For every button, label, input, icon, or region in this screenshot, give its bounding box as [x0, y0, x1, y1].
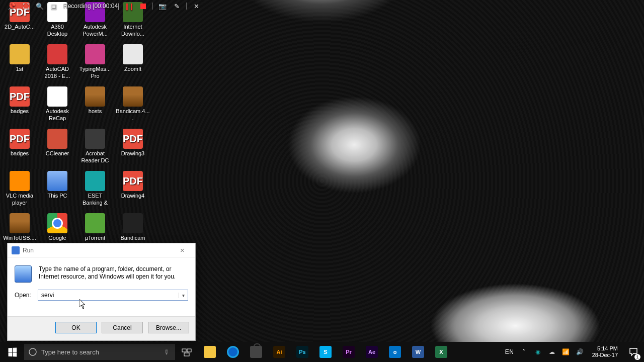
cancel-button[interactable]: Cancel: [102, 322, 143, 333]
pc-icon: [47, 171, 67, 191]
app-icon: [85, 213, 105, 233]
network-tray-icon[interactable]: 📶: [560, 342, 572, 362]
task-view-icon: [182, 347, 192, 357]
app-icon: [85, 44, 105, 64]
taskbar-outlook[interactable]: o: [383, 342, 407, 362]
taskbar-store[interactable]: [245, 342, 268, 362]
app-icon: [10, 44, 30, 64]
app-icon: [10, 171, 30, 191]
pdf-icon: [123, 129, 143, 149]
stop-button[interactable]: [138, 2, 147, 11]
svg-rect-2: [187, 349, 191, 352]
desktop-icon[interactable]: TypingMas... Pro: [77, 42, 113, 84]
desktop-icon-label: hosts: [89, 108, 102, 115]
run-icon: [12, 246, 20, 254]
desktop-icon[interactable]: hosts: [77, 84, 113, 127]
run-body-icon: [15, 265, 32, 283]
app-icon: [47, 86, 67, 107]
pdf-icon: [123, 171, 143, 191]
desktop-icon[interactable]: badges: [2, 84, 37, 127]
volume-tray-icon[interactable]: 🔊: [574, 342, 586, 362]
close-button[interactable]: ×: [174, 243, 191, 257]
taskbar-skype[interactable]: S: [314, 342, 337, 362]
clock-time: 5:14 PM: [592, 345, 618, 352]
desktop-icon[interactable]: 1st: [2, 42, 37, 84]
action-center-icon[interactable]: 1: [624, 342, 643, 362]
rar-icon: [10, 213, 30, 233]
desktop-icon[interactable]: VLC media player: [2, 169, 37, 211]
search-box[interactable]: Type here to search 🎙: [24, 344, 175, 360]
draw-icon[interactable]: ✎: [172, 2, 181, 11]
illustrator-icon: Ai: [273, 346, 285, 358]
mic-icon[interactable]: 🎙: [158, 344, 175, 360]
eset-tray-icon[interactable]: ◉: [532, 342, 544, 362]
desktop-icon[interactable]: badges: [2, 127, 37, 169]
premiere-icon: Pr: [343, 346, 355, 358]
run-title: Run: [23, 247, 174, 254]
ok-button[interactable]: OK: [55, 322, 97, 333]
desktop-icon-label: 1st: [16, 65, 24, 72]
svg-rect-3: [184, 353, 189, 356]
clock[interactable]: 5:14 PM 28-Dec-17: [588, 345, 622, 358]
desktop-icon[interactable]: ZoomIt: [115, 42, 150, 84]
run-titlebar[interactable]: Run ×: [8, 243, 195, 257]
desktop-icon[interactable]: Bandicam.4....: [115, 84, 150, 127]
taskbar-excel[interactable]: X: [430, 342, 453, 362]
desktop-icon[interactable]: CCleaner: [40, 127, 75, 169]
excel-icon: X: [435, 346, 447, 358]
desktop-icon[interactable]: Autodesk ReCap: [40, 84, 75, 127]
clock-date: 28-Dec-17: [592, 352, 618, 358]
desktop-icon-label: Internet Downlo...: [116, 23, 150, 37]
fullscreen-icon[interactable]: ⛶: [21, 2, 30, 11]
taskbar: Type here to search 🎙 AiPsSPrAeoWX EN ˄ …: [0, 342, 644, 362]
taskbar-premiere[interactable]: Pr: [337, 342, 360, 362]
desktop-icon[interactable]: Drawing3: [115, 127, 150, 169]
desktop-icon-label: µTorrent: [85, 234, 106, 241]
desktop-icon-label: Bandicam.4....: [116, 108, 150, 122]
word-icon: W: [412, 346, 424, 358]
taskbar-after-effects[interactable]: Ae: [360, 342, 383, 362]
desktop-icon-label: Bandicam: [121, 234, 145, 241]
taskbar-photoshop[interactable]: Ps: [291, 342, 314, 362]
pause-button[interactable]: ❙❙: [124, 2, 133, 11]
taskbar-word[interactable]: W: [407, 342, 430, 362]
app-icon: [123, 213, 143, 233]
language-indicator[interactable]: EN: [504, 342, 516, 362]
rar-icon: [85, 86, 105, 107]
chevron-down-icon[interactable]: ▾: [179, 293, 188, 298]
desktop-icon-label: badges: [11, 108, 29, 115]
taskbar-task-view[interactable]: [175, 342, 198, 362]
pin-icon[interactable]: 📌: [7, 2, 16, 11]
start-button[interactable]: [0, 342, 24, 362]
recorder-label: Recording [00:00:04]: [63, 3, 119, 10]
open-label: Open:: [15, 292, 33, 299]
search-icon[interactable]: 🔍: [35, 2, 44, 11]
browse-button[interactable]: Browse...: [148, 322, 189, 333]
taskbar-edge[interactable]: [221, 342, 245, 362]
open-input[interactable]: [38, 292, 179, 299]
open-combobox[interactable]: ▾: [38, 290, 188, 301]
tray-overflow-icon[interactable]: ˄: [518, 342, 530, 362]
onedrive-tray-icon[interactable]: ☁: [546, 342, 558, 362]
desktop-icon[interactable]: This PC: [40, 169, 75, 211]
desktop-icon[interactable]: AutoCAD 2018 - E...: [40, 42, 75, 84]
close-recorder-icon[interactable]: ✕: [192, 2, 201, 11]
notification-count: 1: [634, 354, 640, 360]
recorder-toolbar: 📌 ⛶ 🔍 ▣ Recording [00:00:04] ❙❙ 📷 ✎ ✕: [7, 1, 201, 11]
app-icon: [47, 44, 67, 64]
taskbar-file-explorer[interactable]: [198, 342, 221, 362]
camera-icon[interactable]: 📷: [158, 2, 167, 11]
desktop-icon[interactable]: Acrobat Reader DC: [77, 127, 113, 169]
taskbar-illustrator[interactable]: Ai: [268, 342, 291, 362]
desktop-icon-label: Autodesk ReCap: [40, 108, 74, 122]
edge-icon: [227, 346, 239, 358]
crop-icon[interactable]: ▣: [49, 2, 58, 11]
desktop-icon[interactable]: Drawing4: [115, 169, 150, 211]
outlook-icon: o: [389, 346, 401, 358]
app-icon: [123, 44, 143, 64]
cortana-icon: [24, 344, 41, 360]
pdf-icon: [10, 129, 30, 149]
desktop-icon[interactable]: ESET Banking & Payment...: [77, 169, 113, 211]
divider: [152, 3, 153, 10]
chrome-icon: [47, 213, 67, 233]
